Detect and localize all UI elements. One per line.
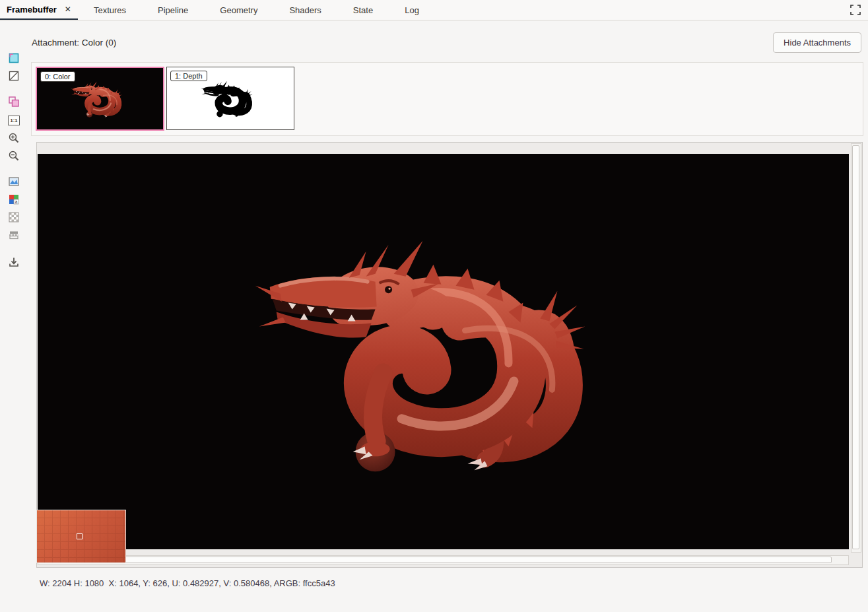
tab-framebuffer-label: Framebuffer	[7, 5, 57, 15]
save-icon[interactable]	[8, 256, 20, 268]
zoom-out-icon[interactable]	[8, 150, 20, 162]
tab-textures-label: Textures	[94, 5, 126, 15]
color-channels-icon[interactable]: a	[8, 193, 20, 205]
pixel-magnifier	[36, 510, 126, 563]
framebuffer-image[interactable]	[38, 154, 849, 549]
wireframe-icon[interactable]	[8, 70, 20, 82]
attachment-chip-color: 0: Color	[40, 71, 75, 82]
color-buffer-icon[interactable]	[8, 52, 20, 64]
status-bar: W: 2204 H: 1080 X: 1064, Y: 626, U: 0.48…	[40, 578, 335, 588]
tab-geometry-label: Geometry	[220, 5, 257, 15]
picked-pixel-marker	[77, 533, 83, 539]
tab-geometry[interactable]: Geometry	[204, 0, 273, 20]
tab-framebuffer[interactable]: Framebuffer ✕	[0, 0, 78, 20]
horizontal-scrollbar-thumb[interactable]	[40, 557, 832, 563]
vertical-scrollbar[interactable]	[851, 143, 861, 553]
histogram-icon[interactable]	[8, 176, 20, 187]
close-icon[interactable]: ✕	[65, 5, 71, 13]
tab-log[interactable]: Log	[389, 0, 435, 20]
attachment-chip-depth: 1: Depth	[170, 71, 207, 81]
attachment-thumbnail-depth[interactable]: 1: Depth	[166, 67, 294, 130]
horizontal-scrollbar[interactable]	[38, 555, 849, 565]
framebuffer-canvas[interactable]	[36, 142, 863, 568]
tab-log-label: Log	[405, 5, 419, 15]
actual-size-label: 1:1	[8, 116, 20, 125]
dragon-render	[38, 154, 849, 549]
tab-shaders[interactable]: Shaders	[273, 0, 337, 20]
attachment-label: Attachment: Color (0)	[32, 38, 116, 48]
hide-attachments-button[interactable]: Hide Attachments	[773, 32, 861, 53]
fullscreen-icon[interactable]	[850, 4, 861, 16]
tab-state-label: State	[353, 5, 373, 15]
framebuffer-viewer-window: Framebuffer ✕ Textures Pipeline Geometry…	[0, 0, 868, 612]
viewer-toolbar: 1:1 a	[0, 20, 28, 612]
attachment-thumbnail-color[interactable]: 0: Color	[36, 67, 164, 131]
zoom-in-icon[interactable]	[8, 132, 20, 144]
overlay-icon[interactable]	[8, 96, 20, 108]
tab-textures[interactable]: Textures	[78, 0, 142, 20]
tab-pipeline[interactable]: Pipeline	[142, 0, 204, 20]
actual-size-icon[interactable]: 1:1	[8, 114, 20, 126]
tab-shaders-label: Shaders	[289, 5, 321, 15]
flip-vertical-icon[interactable]	[8, 229, 20, 241]
checkerboard-icon[interactable]	[8, 211, 20, 223]
vertical-scrollbar-thumb[interactable]	[852, 145, 859, 549]
tab-state[interactable]: State	[337, 0, 389, 20]
tab-bar: Framebuffer ✕ Textures Pipeline Geometry…	[0, 0, 868, 20]
tab-pipeline-label: Pipeline	[158, 5, 188, 15]
attachments-strip: 0: Color 1: Depth	[31, 62, 863, 136]
svg-text:a: a	[15, 199, 18, 204]
